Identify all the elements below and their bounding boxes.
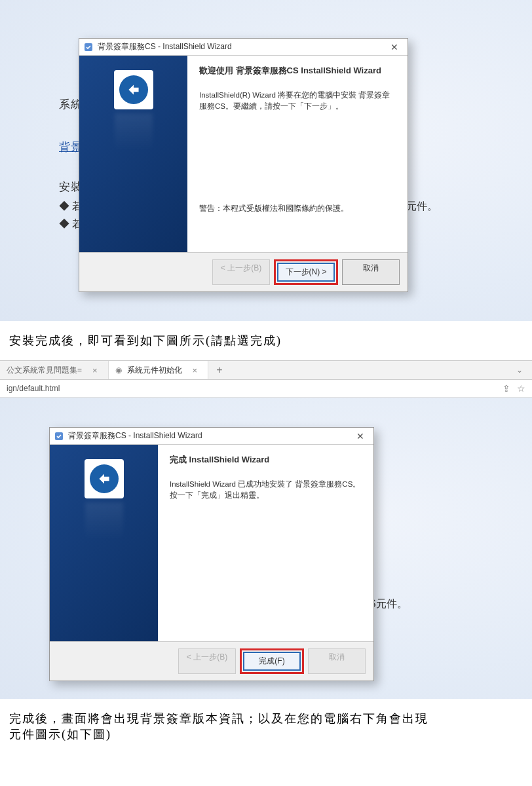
titlebar[interactable]: 背景簽章服務CS - InstallShield Wizard ✕ (79, 39, 408, 56)
cancel-button[interactable]: 取消 (342, 259, 400, 285)
next-button[interactable]: 下一步(N) > (277, 263, 335, 282)
dialog-body-text: InstallShield Wizard 已成功地安裝了 背景簽章服務CS。按一… (170, 479, 362, 502)
tab-close-icon[interactable]: × (193, 365, 198, 375)
installer-dialog-welcome: 背景簽章服務CS - InstallShield Wizard ✕ 歡迎使用 背… (79, 38, 408, 292)
caption2-line1: 完成後，畫面將會出現背景簽章版本資訊；以及在您的電腦右下角會出現 (9, 712, 428, 725)
titlebar[interactable]: 背景簽章服務CS - InstallShield Wizard ✕ (50, 428, 373, 445)
url-text: ign/default.html (7, 384, 496, 393)
globe-icon: ◉ (115, 365, 122, 375)
browser-addressbar[interactable]: ign/default.html ⇪ ☆ (0, 380, 532, 398)
browser-tab-2[interactable]: ◉ 系統元件初始化 × (109, 361, 209, 379)
installer-dialog-finish: 背景簽章服務CS - InstallShield Wizard ✕ 完成 Ins… (49, 427, 374, 681)
back-button: < 上一步(B) (178, 648, 236, 674)
close-icon[interactable]: ✕ (385, 42, 404, 52)
share-icon[interactable]: ⇪ (503, 383, 510, 394)
finish-button[interactable]: 完成(F) (243, 652, 301, 671)
dialog-side-graphic (50, 445, 158, 641)
back-button: < 上一步(B) (212, 259, 270, 285)
dialog-footer: < 上一步(B) 下一步(N) > 取消 (79, 252, 408, 291)
installshield-logo (85, 459, 124, 498)
next-button-highlight: 下一步(N) > (274, 259, 338, 285)
dialog-body-text: InstallShield(R) Wizard 將要在您的電腦中安裝 背景簽章服… (199, 90, 396, 113)
browser-tabbar: 公文系統常見問題集= × ◉ 系統元件初始化 × + ⌄ (0, 360, 532, 380)
background-panel-1: 系統 新： 背景 安裝 ◆ 若 SignCS元件。 ◆ 若 件。 背景簽章服務C… (0, 0, 532, 321)
doc-caption-1: 安裝完成後，即可看到如下圖所示(請點選完成) (0, 321, 532, 360)
tab-label: 系統元件初始化 (127, 365, 182, 376)
favorite-icon[interactable]: ☆ (517, 383, 525, 394)
background-panel-2: 系統 新： 背景 安裝 ◆ 若 SignCS元件。 ◆ 若 件。 背景簽章服務C… (0, 398, 532, 699)
dialog-title: 背景簽章服務CS - InstallShield Wizard (68, 430, 347, 441)
dialog-side-graphic (79, 56, 187, 252)
dialog-title: 背景簽章服務CS - InstallShield Wizard (98, 41, 381, 52)
cancel-button: 取消 (308, 648, 366, 674)
caption2-line2: 元件圖示(如下圖) (9, 728, 111, 741)
dialog-heading: 歡迎使用 背景簽章服務CS InstallShield Wizard (199, 65, 396, 77)
installshield-logo (114, 70, 153, 109)
tab-label: 公文系統常見問題集= (7, 365, 82, 376)
doc-caption-2: 完成後，畫面將會出現背景簽章版本資訊；以及在您的電腦右下角會出現 元件圖示(如下… (0, 699, 532, 754)
new-tab-button[interactable]: + (208, 364, 230, 376)
tab-overflow-icon[interactable]: ⌄ (516, 365, 532, 375)
dialog-footer: < 上一步(B) 完成(F) 取消 (50, 641, 373, 681)
tab-close-icon[interactable]: × (92, 365, 98, 375)
dialog-heading: 完成 InstallShield Wizard (170, 454, 362, 466)
installer-icon (54, 431, 64, 441)
installer-icon (83, 42, 94, 52)
finish-button-highlight: 完成(F) (240, 648, 304, 674)
close-icon[interactable]: ✕ (351, 431, 370, 441)
dialog-warning: 警告：本程式受版權法和國際條約的保護。 (199, 203, 396, 214)
browser-tab-1[interactable]: 公文系統常見問題集= × (0, 361, 109, 379)
